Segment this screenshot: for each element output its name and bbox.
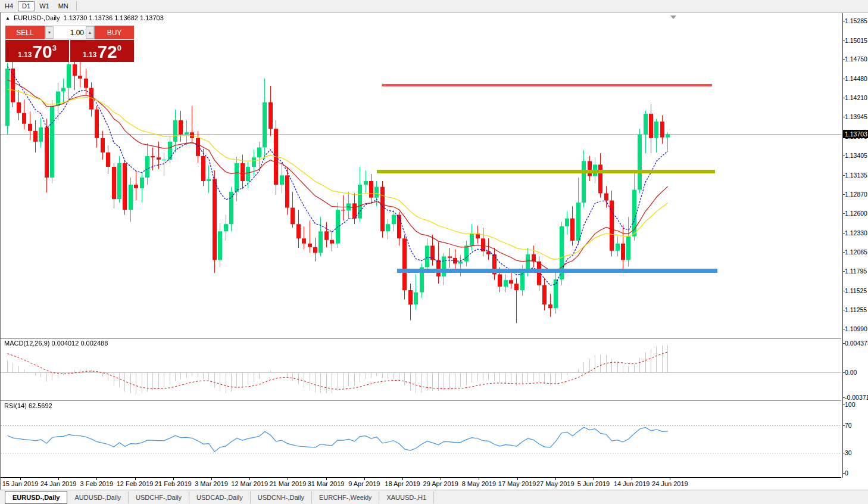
date-tick-label: 27 May 2019 bbox=[533, 480, 577, 487]
date-tick-label: 3 Mar 2019 bbox=[189, 480, 233, 487]
chart-window: ▲ EURUSD-,Daily 1.13730 1.13736 1.13682 … bbox=[0, 13, 868, 490]
date-tick-label: 12 Feb 2019 bbox=[113, 480, 157, 487]
date-axis[interactable]: 15 Jan 201924 Jan 20193 Feb 201912 Feb 2… bbox=[1, 478, 842, 490]
volume-decrease-icon[interactable]: ▼ bbox=[45, 26, 54, 39]
macd-scale-label: -0.00371 bbox=[845, 394, 868, 401]
timeframe-button-w1[interactable]: W1 bbox=[35, 1, 54, 11]
price-tick-label: 1.13135 bbox=[845, 172, 867, 179]
footer-tab-usdcnh-daily[interactable]: USDCNH-,Daily bbox=[251, 491, 312, 503]
timeframe-toolbar: H4 D1 W1 MN bbox=[0, 0, 868, 13]
chart-shift-marker-icon bbox=[670, 15, 676, 19]
rsi-indicator-label: RSI(14) 62.5692 bbox=[4, 402, 52, 409]
price-tick-label: 1.13405 bbox=[845, 152, 867, 159]
volume-increase-icon[interactable]: ▲ bbox=[86, 26, 94, 39]
price-tick-label: 1.11795 bbox=[845, 267, 867, 275]
rsi-scale-label: 70 bbox=[845, 422, 852, 429]
price-axis[interactable]: 1.13703 1.152851.150151.147501.144801.14… bbox=[842, 13, 868, 478]
chart-ohlc-label: 1.13730 1.13736 1.13682 1.13703 bbox=[64, 14, 164, 21]
date-tick-label: 14 Jun 2019 bbox=[610, 480, 654, 487]
one-click-trade-panel: SELL ▼ ▲ BUY 1.13703 1.13720 bbox=[5, 26, 134, 62]
sell-price-display[interactable]: 1.13703 bbox=[5, 40, 69, 62]
date-tick-label: 8 May 2019 bbox=[457, 480, 501, 487]
price-tick-label: 1.14480 bbox=[845, 75, 867, 82]
sell-price-prefix: 1.13 bbox=[18, 51, 32, 59]
chart-symbol-label: EURUSD-,Daily bbox=[14, 14, 60, 21]
sell-price-big: 70 bbox=[32, 43, 52, 61]
buy-price-sup: 0 bbox=[117, 43, 121, 52]
volume-input[interactable] bbox=[54, 26, 86, 39]
price-tick-label: 1.15015 bbox=[845, 37, 867, 44]
date-tick-label: 24 Jun 2019 bbox=[648, 480, 692, 487]
sell-price-sup: 3 bbox=[52, 43, 57, 52]
buy-price-prefix: 1.13 bbox=[83, 51, 96, 59]
price-tick-label: 1.12870 bbox=[845, 191, 867, 198]
current-price-tag: 1.13703 bbox=[843, 130, 868, 138]
date-tick-label: 24 Jan 2019 bbox=[36, 480, 80, 487]
toolbar-separator bbox=[76, 1, 77, 11]
rsi-scale-label: 30 bbox=[845, 449, 852, 456]
date-tick-label: 21 Feb 2019 bbox=[151, 480, 195, 487]
date-tick-label: 29 Apr 2019 bbox=[419, 480, 463, 487]
rsi-scale-label: 0 bbox=[845, 469, 848, 477]
buy-price-display[interactable]: 1.13720 bbox=[70, 40, 134, 62]
price-tick-label: 1.11255 bbox=[845, 306, 867, 313]
price-tick-label: 1.12600 bbox=[845, 210, 867, 217]
date-tick-label: 21 Mar 2019 bbox=[266, 480, 310, 487]
price-tick-label: 1.15285 bbox=[845, 17, 867, 24]
price-tick-label: 1.14750 bbox=[845, 55, 867, 63]
volume-stepper: ▼ ▲ bbox=[45, 26, 95, 39]
timeframe-button-mn[interactable]: MN bbox=[54, 1, 73, 11]
footer-tab-eurusd-daily[interactable]: EURUSD-,Daily bbox=[5, 491, 67, 504]
footer-tab-xauusd-h1[interactable]: XAUUSD-,H1 bbox=[379, 491, 434, 503]
price-tick-label: 1.10990 bbox=[845, 325, 867, 332]
macd-scale-label: 0.004375 bbox=[845, 340, 868, 347]
chart-tab-bar: EURUSD-,DailyAUDUSD-,DailyUSDCHF-,DailyU… bbox=[0, 490, 868, 504]
chart-title: ▲ EURUSD-,Daily 1.13730 1.13736 1.13682 … bbox=[5, 14, 164, 21]
timeframe-button-h4[interactable]: H4 bbox=[1, 1, 17, 11]
footer-tab-eurchf-weekly[interactable]: EURCHF-,Weekly bbox=[312, 491, 379, 503]
date-tick-label: 17 May 2019 bbox=[495, 480, 539, 487]
price-tick-label: 1.13945 bbox=[845, 113, 867, 120]
price-tick-label: 1.11525 bbox=[845, 287, 867, 294]
date-tick-label: 12 Mar 2019 bbox=[227, 480, 271, 487]
date-tick-label: 5 Jun 2019 bbox=[572, 480, 616, 487]
price-tick-label: 1.12330 bbox=[845, 229, 867, 237]
macd-indicator-label: MACD(12,26,9) 0.004012 0.002488 bbox=[4, 340, 108, 347]
date-tick-label: 3 Feb 2019 bbox=[74, 480, 118, 487]
date-tick-label: 9 Apr 2019 bbox=[342, 480, 386, 487]
footer-tab-audusd-daily[interactable]: AUDUSD-,Daily bbox=[67, 491, 129, 503]
footer-tab-usdcad-daily[interactable]: USDCAD-,Daily bbox=[189, 491, 251, 503]
date-tick-label: 18 Apr 2019 bbox=[380, 480, 424, 487]
collapse-arrow-icon[interactable]: ▲ bbox=[5, 15, 10, 21]
price-tick-label: 1.12065 bbox=[845, 248, 867, 256]
footer-tab-usdchf-daily[interactable]: USDCHF-,Daily bbox=[129, 491, 189, 503]
timeframe-button-d1[interactable]: D1 bbox=[18, 1, 35, 11]
price-tick-label: 1.14210 bbox=[845, 94, 867, 101]
main-chart-canvas[interactable] bbox=[1, 13, 841, 478]
buy-button[interactable]: BUY bbox=[95, 26, 134, 39]
macd-scale-label: 0.00 bbox=[845, 369, 857, 376]
sell-button[interactable]: SELL bbox=[5, 26, 45, 39]
rsi-scale-label: 100 bbox=[845, 401, 855, 408]
date-tick-label: 31 Mar 2019 bbox=[304, 480, 348, 487]
buy-price-big: 72 bbox=[97, 43, 117, 61]
